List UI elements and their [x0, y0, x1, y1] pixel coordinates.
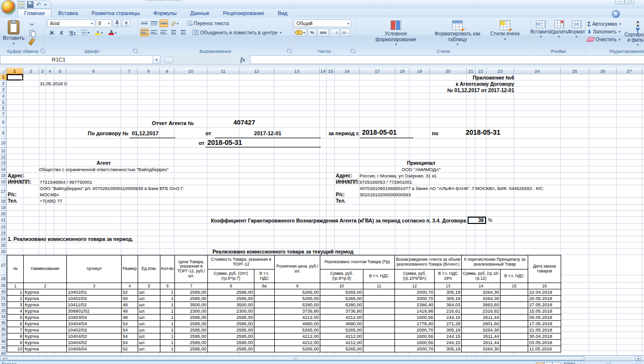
row-header-4[interactable]: 4	[0, 93, 7, 99]
row-header-21[interactable]: 21	[0, 217, 7, 224]
table-cell-r4-c12[interactable]	[363, 308, 395, 315]
align-middle-button[interactable]	[150, 19, 158, 27]
row-header-16[interactable]: 16	[0, 179, 7, 185]
comma-style-button[interactable]: 000	[317, 29, 329, 36]
table-cell-r2-c9[interactable]	[254, 296, 275, 302]
table-cell-r5-c15[interactable]: 2611,44	[462, 315, 501, 321]
table-cell-r7-c12[interactable]	[363, 327, 395, 333]
merge-center-button[interactable]: Объединить и поместить в центре▼	[192, 29, 282, 36]
row-header-3[interactable]: 3	[0, 87, 7, 93]
table-cell-r9-c9[interactable]	[254, 340, 275, 346]
table-cell-r9-c6[interactable]: 1	[160, 340, 175, 346]
table-cell-r5-c14[interactable]: 244,15	[435, 315, 462, 321]
table-cell-r2-c3[interactable]: 10402/02	[67, 296, 122, 302]
table-cell-r6-c17[interactable]: 17.05.2018	[528, 321, 561, 327]
table-cell-r4-c6[interactable]: 1	[160, 308, 175, 315]
table-cell-r1-c17[interactable]: 22.04.2018	[528, 289, 561, 296]
table-cell-r8-c10[interactable]: 4212,00	[275, 333, 320, 340]
row-header-18[interactable]: 18	[0, 198, 7, 205]
table-cell-r1-c8[interactable]: 2595,00	[208, 289, 254, 296]
active-cell[interactable]	[7, 74, 23, 80]
table-cell-r9-c7[interactable]: 2595,00	[175, 340, 208, 346]
table-cell-r3-c10[interactable]: 6280,00	[275, 302, 320, 308]
font-name-select[interactable]: Arial▼	[47, 19, 95, 27]
clipboard-dialog-launcher[interactable]	[41, 49, 45, 53]
number-format-select[interactable]: Общий▼	[294, 19, 351, 27]
table-cell-r5-c1[interactable]: 5	[7, 315, 24, 321]
table-cell-r6-c10[interactable]: 4680,00	[275, 321, 320, 327]
column-header-18[interactable]: 18	[395, 68, 409, 74]
table-cell-r9-c1[interactable]: 9	[7, 340, 24, 346]
table-cell-r1-c2[interactable]: Куртка	[24, 289, 67, 296]
table-cell-r9-c13[interactable]: 1600,56	[395, 340, 435, 346]
fill-button[interactable]: ⬇Заполнить▼	[587, 28, 622, 35]
table-cell-r3-c14[interactable]: 364,03	[435, 302, 462, 308]
align-top-button[interactable]	[140, 19, 149, 27]
table-subheader-2[interactable]: В т.ч. НДС	[254, 269, 275, 283]
table-cell-r7-c7[interactable]: 2595,00	[175, 327, 208, 333]
table-cell-r7-c15[interactable]: 3264,30	[462, 327, 501, 333]
table-subheader-3[interactable]: Сумма, руб. (гр.6*гр.9)	[320, 269, 363, 283]
table-cell-r8-c5[interactable]: шт.	[138, 333, 160, 340]
table-cell-r9-c4[interactable]: 54	[122, 340, 138, 346]
percent-style-button[interactable]: %	[308, 29, 316, 36]
table-cell-r5-c8[interactable]: 2595,00	[208, 315, 254, 321]
borders-button[interactable]: ▼	[79, 29, 92, 36]
table-cell-r6-c4[interactable]: 54	[122, 321, 138, 327]
underline-button[interactable]: Ч▼	[67, 29, 79, 36]
table-cell-r6-c9[interactable]	[254, 321, 275, 327]
table-cell-r7-c16[interactable]	[501, 327, 528, 333]
table-cell-r6-c16[interactable]	[501, 321, 528, 327]
table-header-5[interactable]: Ед.Изм.	[138, 255, 160, 283]
table-cell-r3-c3[interactable]: 10411/02	[67, 302, 122, 308]
table-cell-r6-c14[interactable]: 271,28	[435, 321, 462, 327]
table-cell-r4-c9[interactable]	[254, 308, 275, 315]
table-cell-r4-c3[interactable]: 309901/02	[67, 308, 122, 315]
table-colnum-10[interactable]: 10	[320, 283, 363, 289]
table-cell-r2-c2[interactable]: Куртка	[24, 296, 67, 302]
insert-function-button[interactable]: fx	[236, 55, 249, 64]
grid-area[interactable]: 38 №НаименованиеАртикулРазмерЕд.Изм.Кол-…	[7, 74, 644, 355]
table-subheader-7[interactable]: Сумма, руб. (гр.10-гр.12)	[462, 269, 501, 283]
table-cell-r8-c8[interactable]: 2595,00	[208, 333, 254, 340]
table-cell-r10-c2[interactable]: Куртка	[24, 346, 67, 352]
scrollbar-thumb[interactable]	[7, 356, 584, 361]
table-cell-r9-c10[interactable]: 4212,00	[275, 340, 320, 346]
increase-decimal-button[interactable]: ←,0	[330, 29, 340, 36]
row-header-5[interactable]: 5	[0, 99, 7, 105]
table-header-9[interactable]: Розничная цена, руб./шт.	[275, 255, 320, 283]
column-header-5[interactable]: 5	[54, 68, 66, 74]
table-cell-r4-c1[interactable]: 4	[7, 308, 24, 315]
table-cell-r10-c5[interactable]: шт.	[138, 346, 160, 352]
table-colnum-5[interactable]: 5	[138, 283, 160, 289]
table-cell-r10-c16[interactable]	[501, 346, 528, 352]
qat-dropdown-icon[interactable]: ▼	[44, 3, 47, 6]
table-cell-r2-c1[interactable]: 2	[7, 296, 24, 302]
office-button[interactable]	[1, 0, 16, 14]
table-cell-r4-c2[interactable]: Куртка	[24, 308, 67, 315]
table-cell-r2-c10[interactable]: 5265,00	[275, 296, 320, 302]
tab-Вставка[interactable]: Вставка	[51, 9, 85, 18]
table-cell-r8-c7[interactable]: 2595,00	[175, 333, 208, 340]
table-cell-r9-c5[interactable]: шт.	[138, 340, 160, 346]
table-cell-r3-c8[interactable]: 3500,00	[208, 302, 254, 308]
column-header-16[interactable]: 16	[335, 68, 360, 74]
table-cell-r8-c9[interactable]	[254, 333, 275, 340]
table-cell-r9-c16[interactable]	[501, 340, 528, 346]
table-cell-r1-c5[interactable]: шт.	[138, 289, 160, 296]
table-cell-r3-c5[interactable]: шт.	[138, 302, 160, 308]
table-cell-r6-c1[interactable]: 6	[7, 321, 24, 327]
column-header-4[interactable]: 4	[46, 68, 54, 74]
table-colnum-7[interactable]: 7	[175, 283, 208, 289]
table-cell-r7-c13[interactable]: 2000,70	[395, 327, 435, 333]
table-cell-r3-c13[interactable]: 2386,40	[395, 302, 435, 308]
row-header-31[interactable]: 31	[0, 295, 7, 301]
table-header-7[interactable]: Цена Товара, указанная в ТОРГ-12, руб./ш…	[175, 255, 208, 283]
table-cell-r10-c17[interactable]: 11.05.2018	[528, 346, 561, 352]
accounting-format-button[interactable]: ▼	[294, 29, 307, 36]
table-cell-r2-c6[interactable]: 1	[160, 296, 175, 302]
formula-bar-divider[interactable]	[164, 57, 174, 63]
table-cell-r8-c13[interactable]: 1600,56	[395, 333, 435, 340]
column-header-22[interactable]: 22	[475, 68, 487, 74]
table-subheader-4[interactable]: В т.ч. НДС	[363, 269, 395, 283]
